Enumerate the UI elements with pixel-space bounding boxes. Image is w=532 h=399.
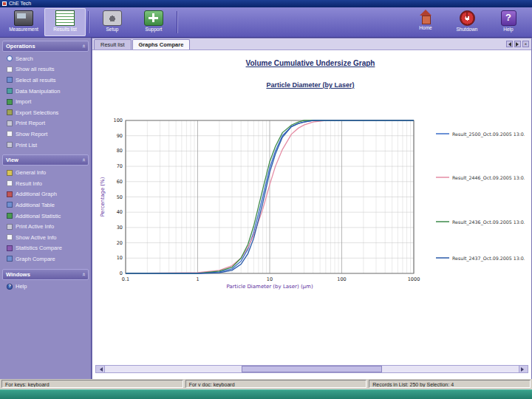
svg-text:Result_2436_Oct.09.2005 13:0..: Result_2436_Oct.09.2005 13:0... [452, 219, 525, 225]
setup-label: Setup [106, 27, 119, 32]
show-report-icon [7, 131, 13, 137]
help-button[interactable]: Help [488, 8, 529, 36]
toolbar-separator [88, 11, 89, 33]
sidebar-item-statistics-compare[interactable]: Statistics Compare [4, 243, 89, 254]
svg-text:10: 10 [117, 255, 123, 261]
scrollbar-thumb[interactable] [242, 366, 382, 372]
taskbar-strip [0, 389, 532, 399]
right-arrow-icon [516, 42, 521, 47]
status-bar: For keys: keyboard For v doc: keyboard R… [0, 379, 532, 389]
setup-button[interactable]: Setup [92, 8, 133, 36]
print-list-icon [7, 142, 13, 148]
additional-statistic-icon [7, 213, 13, 219]
item-label: Data Manipulation [16, 88, 60, 95]
general-info-icon [7, 170, 13, 176]
sidebar-item-show-all-results[interactable]: Show all results [4, 64, 89, 75]
sidebar-item-additional-graph[interactable]: Additional Graph [4, 189, 89, 200]
sidebar-item-show-active-info[interactable]: Show Active Info [4, 232, 89, 243]
sidebar-item-additional-statistic[interactable]: Additional Statistic [4, 211, 89, 222]
status-middle: For v doc: keyboard [185, 380, 367, 388]
collapse-chevron-icon[interactable]: « [80, 44, 86, 47]
help-question-icon [7, 284, 13, 290]
results-list-label: Results list [53, 27, 76, 32]
title-bar: ChE Tech [0, 0, 532, 7]
help-label: Help [503, 27, 513, 32]
sidebar-item-print-report[interactable]: Print Report [4, 118, 89, 129]
svg-text:1: 1 [196, 276, 199, 282]
tab-graphs-compare[interactable]: Graphs Compare [132, 39, 191, 50]
sidebar-item-print-list[interactable]: Print List [4, 140, 89, 151]
support-button[interactable]: Support [133, 8, 174, 36]
shutdown-icon [460, 10, 475, 26]
sidebar-item-export-selections[interactable]: Export Selections [4, 107, 89, 118]
scroll-left-button[interactable] [96, 366, 105, 372]
sidebar-item-additional-table[interactable]: Additional Table [4, 200, 89, 211]
measurement-button[interactable]: Measurement [3, 8, 44, 36]
toolbar-separator [177, 11, 178, 33]
sidebar-item-data-manipulation[interactable]: Data Manipulation [4, 86, 89, 97]
shutdown-button[interactable]: Shutdown [446, 8, 488, 36]
tab-result-list[interactable]: Result list [94, 39, 132, 50]
sidebar-section-operations[interactable]: Operations « [2, 41, 89, 52]
sidebar-section-view[interactable]: View « [2, 154, 89, 166]
results-list-button[interactable]: Results list [44, 8, 86, 36]
sidebar-item-general-info[interactable]: General Info [4, 167, 89, 178]
sidebar-item-import[interactable]: Import [4, 96, 89, 107]
item-label: Export Selections [16, 109, 58, 116]
home-icon [417, 10, 434, 24]
svg-text:50: 50 [117, 194, 123, 200]
item-label: Help [16, 283, 27, 290]
tab-scroll-right-button[interactable] [514, 41, 521, 47]
horizontal-scrollbar[interactable] [95, 365, 528, 373]
svg-text:70: 70 [117, 163, 123, 169]
sidebar-item-print-active-info[interactable]: Print Active Info [4, 221, 89, 232]
window-title: ChE Tech [9, 0, 31, 7]
sidebar-section-windows[interactable]: Windows « [2, 269, 89, 280]
svg-text:90: 90 [117, 133, 123, 139]
measurement-icon [14, 10, 33, 26]
section-title: View [6, 157, 18, 163]
search-icon [7, 55, 13, 61]
item-label: Select all results [16, 77, 56, 83]
item-label: Show Report [16, 131, 47, 137]
tab-close-button[interactable]: × [522, 41, 529, 47]
tab-scroll-left-button[interactable] [506, 41, 513, 47]
right-arrow-icon [521, 367, 526, 372]
show-active-info-icon [7, 234, 13, 240]
import-icon [7, 99, 13, 105]
svg-text:0: 0 [120, 270, 123, 276]
additional-graph-icon [7, 191, 13, 197]
print-report-icon [7, 120, 13, 126]
svg-text:Particle Diameter (by Laser) (: Particle Diameter (by Laser) (µm) [226, 284, 313, 290]
collapse-chevron-icon[interactable]: « [80, 159, 86, 162]
home-button[interactable]: Home [405, 8, 446, 36]
show-all-results-icon [7, 66, 13, 72]
print-active-info-icon [7, 224, 13, 230]
shutdown-label: Shutdown [457, 27, 478, 32]
scrollbar-track[interactable] [105, 366, 519, 372]
main-panel: Result list Graphs Compare × 01020304050… [92, 38, 532, 379]
scroll-right-button[interactable] [519, 366, 528, 372]
sidebar-item-show-report[interactable]: Show Report [4, 129, 89, 140]
sidebar-item-result-info[interactable]: Result Info [4, 178, 89, 189]
item-label: General Info [16, 169, 46, 176]
sidebar-item-search[interactable]: Search [4, 53, 89, 64]
svg-text:60: 60 [117, 179, 123, 185]
export-selections-icon [7, 109, 13, 115]
collapse-chevron-icon[interactable]: « [80, 273, 86, 276]
svg-text:Result_2446_Oct.09.2005 13:0..: Result_2446_Oct.09.2005 13:0... [452, 175, 525, 181]
item-label: Print Active Info [16, 223, 54, 230]
data-manipulation-icon [7, 88, 13, 94]
section-title: Windows [6, 271, 30, 278]
sidebar-item-help[interactable]: Help [4, 282, 89, 293]
svg-text:10: 10 [267, 276, 273, 282]
sidebar-item-graph-compare[interactable]: Graph Compare [4, 253, 89, 265]
item-label: Graph Compare [16, 256, 55, 262]
toolbar: Measurement Results list Setup Support H… [0, 7, 532, 38]
svg-text:Percentage (%): Percentage (%) [100, 177, 106, 216]
chart-title: Volume Cumulative Undersize Graph [96, 59, 525, 67]
help-icon [501, 10, 516, 26]
sidebar-item-select-all-results[interactable]: Select all results [4, 75, 89, 86]
svg-text:30: 30 [117, 225, 123, 231]
svg-text:80: 80 [117, 148, 123, 154]
